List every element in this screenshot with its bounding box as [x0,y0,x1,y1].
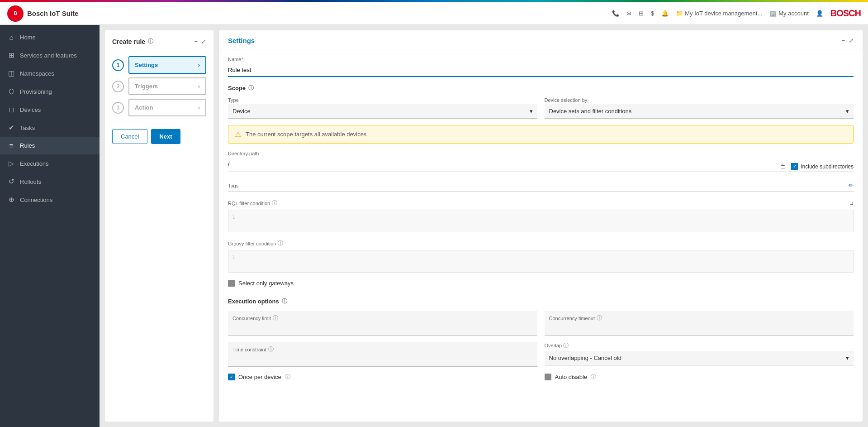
name-input[interactable] [228,64,854,77]
time-constraint-info-icon[interactable]: ⓘ [268,345,274,353]
sidebar-item-executions[interactable]: ▷ Executions [0,154,100,173]
name-label: Name* [228,57,854,62]
step-triggers-button[interactable]: Triggers › [128,77,206,95]
type-value: Device [232,108,251,115]
select-gateways-label: Select only gateways [238,280,294,287]
time-constraint-value[interactable] [232,355,533,363]
settings-expand-icon[interactable]: ⤢ [849,37,854,44]
dir-path-input[interactable] [228,158,776,170]
once-per-device-checkbox[interactable]: ✓ [228,374,235,380]
once-per-device-info-icon[interactable]: ⓘ [285,373,290,381]
rql-info-icon[interactable]: ⓘ [272,199,277,207]
concurrency-limit-col: Concurrency limit ⓘ [228,311,537,336]
name-form-group: Name* [228,57,854,77]
exec-row-1: Concurrency limit ⓘ Concurrency timeout [228,311,854,336]
header: B Bosch IoT Suite 📞 ✉ ⊞ $ 🔔 📁 My IoT dev… [0,2,868,25]
tags-edit-icon[interactable]: ✏ [849,182,854,189]
step-list: 1 Settings › 2 Triggers › [112,56,206,116]
sidebar-item-tasks[interactable]: ✔ Tasks [0,119,100,137]
bosch-logo-b: B [14,11,17,16]
overlap-select[interactable]: No overlapping - Cancel old ▾ [545,351,854,365]
sidebar-item-namespaces[interactable]: ◫ Namespaces [0,64,100,82]
workspace-link[interactable]: 📁 My IoT device management... [676,10,762,17]
create-rule-info-icon[interactable]: ⓘ [148,38,153,45]
select-gateways-checkbox[interactable] [228,280,235,287]
sidebar-item-devices[interactable]: ◻ Devices [0,101,100,119]
include-subdirectories-label[interactable]: ✓ Include subdirectories [791,163,854,170]
time-constraint-col: Time constraint ⓘ [228,342,537,367]
user-icon[interactable]: 👤 [816,10,823,17]
once-per-device-label[interactable]: ✓ Once per device ⓘ [228,373,537,381]
sidebar-item-home-label: Home [20,34,36,41]
device-selection-chevron-icon: ▾ [846,108,849,115]
sidebar-item-rules[interactable]: ≡ Rules [0,137,100,154]
scope-info-icon[interactable]: ⓘ [248,84,254,92]
step-action-button[interactable]: Action › [128,99,206,116]
device-selection-label: Device selection by [545,97,854,103]
sidebar-item-provisioning[interactable]: ⬡ Provisioning [0,82,100,101]
bell-icon[interactable]: 🔔 [661,10,669,17]
include-subdirectories-text: Include subdirectories [801,163,854,170]
type-select[interactable]: Device ▾ [228,104,537,119]
grid-icon[interactable]: ⊞ [639,10,644,17]
concurrency-limit-info-icon[interactable]: ⓘ [273,314,278,322]
tags-row: Tags ✏ [228,179,854,192]
cancel-button[interactable]: Cancel [112,129,147,144]
sidebar-item-home[interactable]: ⌂ Home [0,29,100,46]
services-icon: ⊞ [7,51,15,59]
concurrency-timeout-field: Concurrency timeout ⓘ [545,311,854,336]
type-col: Type Device ▾ [228,97,537,119]
settings-header-actions: − ⤢ [841,37,854,44]
create-rule-panel: Create rule ⓘ − ⤢ 1 Settings › [105,30,213,422]
create-rule-title: Create rule [112,38,145,45]
device-selection-select[interactable]: Device sets and filter conditions ▾ [545,104,854,119]
time-constraint-field: Time constraint ⓘ [228,342,537,367]
concurrency-limit-value[interactable] [232,323,533,331]
execution-options-title: Execution options ⓘ [228,297,854,305]
rql-line-number: 1 [232,214,235,220]
warning-banner: ⚠ The current scope targets all availabl… [228,125,854,144]
time-constraint-label: Time constraint ⓘ [232,345,533,353]
groovy-info-icon[interactable]: ⓘ [278,240,283,247]
sidebar-item-devices-label: Devices [20,106,41,113]
type-chevron-icon: ▾ [530,108,533,115]
rql-code-editor[interactable]: 1 [228,210,854,232]
groovy-code-editor[interactable]: 1 [228,250,854,273]
auto-disable-col: Auto disable ⓘ [545,373,854,381]
phone-icon[interactable]: 📞 [612,10,619,17]
email-icon[interactable]: ✉ [626,10,631,17]
once-per-device-col: ✓ Once per device ⓘ [228,373,537,381]
sidebar-item-tasks-label: Tasks [20,125,35,131]
concurrency-timeout-info-icon[interactable]: ⓘ [597,314,602,322]
sidebar-item-rules-label: Rules [20,142,35,149]
execution-options-info-icon[interactable]: ⓘ [282,297,287,305]
next-button[interactable]: Next [151,129,180,144]
exec-row-2: Time constraint ⓘ Overlap ⓘ [228,342,854,367]
settings-minimize-icon[interactable]: − [841,37,845,44]
header-left: B Bosch IoT Suite [7,5,78,22]
overlap-info-icon[interactable]: ⓘ [563,342,569,349]
once-per-device-text: Once per device [238,374,281,380]
header-right: 📞 ✉ ⊞ $ 🔔 📁 My IoT device management... … [612,8,861,19]
step-settings-button[interactable]: Settings › [128,56,206,74]
sidebar-item-connections[interactable]: ⊕ Connections [0,191,100,209]
include-subdirectories-checkbox[interactable]: ✓ [791,163,798,170]
groovy-line-number: 1 [232,254,235,260]
auto-disable-label[interactable]: Auto disable ⓘ [545,373,854,381]
auto-disable-checkbox[interactable] [545,374,551,380]
sidebar-item-provisioning-label: Provisioning [20,88,52,95]
billing-icon[interactable]: $ [651,10,654,17]
sidebar-item-rollouts[interactable]: ↺ Rollouts [0,173,100,191]
minimize-icon[interactable]: − [194,38,198,45]
auto-disable-info-icon[interactable]: ⓘ [591,373,596,381]
account-link[interactable]: 🏢 My account [769,10,808,17]
folder-browse-icon[interactable]: 🗀 [780,163,786,170]
dir-path-section: Directory path 🗀 ✓ Include subdirectorie… [228,151,854,172]
sidebar-item-services[interactable]: ⊞ Services and features [0,46,100,64]
rql-filter-label: RQL filter condition [228,201,270,206]
expand-icon[interactable]: ⤢ [201,38,206,45]
rql-filter-icon[interactable]: ⊿ [849,200,854,206]
bosch-logo-circle: B [7,5,24,22]
content-area: Create rule ⓘ − ⤢ 1 Settings › [100,25,868,427]
concurrency-timeout-value[interactable] [549,323,849,331]
